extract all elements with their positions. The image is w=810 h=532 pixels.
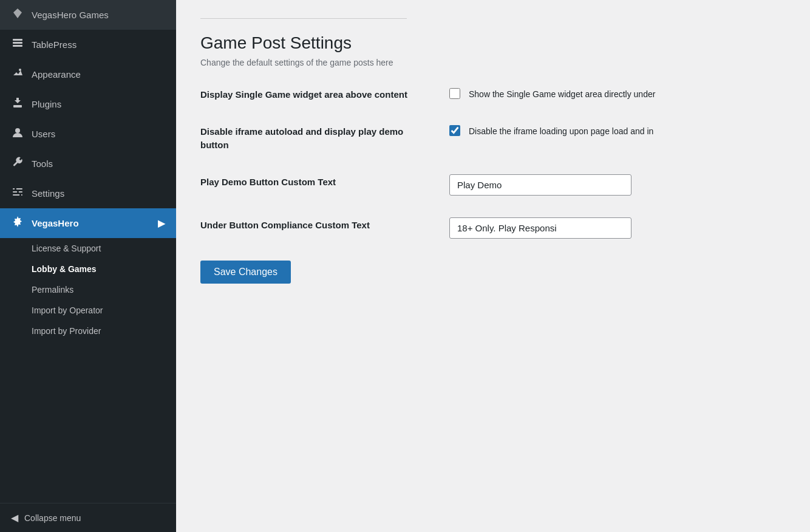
sidebar-item-plugins[interactable]: Plugins <box>0 89 176 119</box>
settings-label-display-widget: Display Single Game widget area above co… <box>200 87 425 102</box>
sidebar-vegashero-label: VegasHero <box>32 218 79 228</box>
svg-rect-0 <box>13 39 22 41</box>
diamond-icon <box>11 7 24 22</box>
svg-point-5 <box>15 128 20 133</box>
save-changes-button[interactable]: Save Changes <box>200 261 291 284</box>
sidebar-item-appearance[interactable]: Appearance <box>0 60 176 89</box>
sidebar-sub-import-by-provider[interactable]: Import by Provider <box>0 321 176 341</box>
settings-row-play-demo-text: Play Demo Button Custom Text <box>200 174 786 196</box>
svg-rect-10 <box>17 191 19 193</box>
sidebar-sub-import-by-operator[interactable]: Import by Operator <box>0 300 176 321</box>
disable-iframe-desc: Disable the iframe loading upon page loa… <box>469 124 653 138</box>
settings-row-disable-iframe: Disable iframe autoload and display play… <box>200 124 786 152</box>
settings-row-compliance-text: Under Button Compliance Custom Text <box>200 217 786 239</box>
svg-rect-11 <box>19 194 21 196</box>
sidebar-item-vegashero[interactable]: VegasHero ▶ <box>0 208 176 238</box>
display-widget-desc: Show the Single Game widget area directl… <box>469 87 655 101</box>
settings-control-play-demo-text <box>449 174 786 196</box>
collapse-arrow-icon: ◀ <box>11 512 18 523</box>
settings-row-display-widget: Display Single Game widget area above co… <box>200 87 786 102</box>
disable-iframe-checkbox[interactable] <box>449 125 460 136</box>
page-title: Game Post Settings <box>200 33 786 53</box>
tablepress-icon <box>11 37 24 52</box>
top-divider <box>200 18 407 19</box>
settings-control-display-widget: Show the Single Game widget area directl… <box>449 87 786 101</box>
vegashero-gear-icon <box>11 216 24 231</box>
settings-label-play-demo-text: Play Demo Button Custom Text <box>200 174 425 189</box>
settings-label-compliance-text: Under Button Compliance Custom Text <box>200 217 425 233</box>
svg-rect-1 <box>13 42 22 44</box>
collapse-menu-button[interactable]: ◀ Collapse menu <box>0 503 176 532</box>
users-icon <box>11 126 24 142</box>
svg-rect-9 <box>15 188 16 190</box>
svg-rect-4 <box>13 105 22 107</box>
active-arrow-icon: ▶ <box>158 218 165 229</box>
settings-control-disable-iframe: Disable the iframe loading upon page loa… <box>449 124 786 138</box>
settings-icon <box>11 186 24 201</box>
sidebar-item-label: VegasHero Games <box>32 10 109 20</box>
page-subtitle: Change the default settings of the game … <box>200 58 786 67</box>
sidebar-item-label: Appearance <box>32 69 81 80</box>
collapse-label: Collapse menu <box>24 513 81 523</box>
svg-rect-2 <box>13 45 22 47</box>
settings-label-disable-iframe: Disable iframe autoload and display play… <box>200 124 425 152</box>
sidebar-item-settings[interactable]: Settings <box>0 179 176 208</box>
sidebar-sub-permalinks[interactable]: Permalinks <box>0 279 176 300</box>
sidebar-item-users[interactable]: Users <box>0 119 176 149</box>
tools-icon <box>11 156 24 171</box>
svg-point-3 <box>19 69 21 71</box>
sidebar-item-vegashero-games[interactable]: VegasHero Games <box>0 0 176 30</box>
sidebar-item-label: Tools <box>32 159 53 169</box>
sidebar-item-tools[interactable]: Tools <box>0 149 176 179</box>
sidebar-item-label: Plugins <box>32 99 61 109</box>
sidebar-item-label: Settings <box>32 188 64 199</box>
settings-control-compliance-text <box>449 217 786 239</box>
sidebar-item-tablepress[interactable]: TablePress <box>0 30 176 60</box>
compliance-text-input[interactable] <box>449 217 631 239</box>
sidebar-item-label: TablePress <box>32 39 77 50</box>
sidebar: VegasHero Games TablePress Appearance <box>0 0 176 532</box>
sidebar-sub-lobby-games[interactable]: Lobby & Games <box>0 259 176 279</box>
sidebar-sub-license-support[interactable]: License & Support <box>0 238 176 259</box>
appearance-icon <box>11 67 24 82</box>
main-content: Game Post Settings Change the default se… <box>176 0 810 532</box>
display-widget-checkbox[interactable] <box>449 88 460 99</box>
play-demo-text-input[interactable] <box>449 174 631 196</box>
plugins-icon <box>11 97 24 112</box>
svg-rect-6 <box>13 188 22 189</box>
sidebar-item-label: Users <box>32 129 55 139</box>
